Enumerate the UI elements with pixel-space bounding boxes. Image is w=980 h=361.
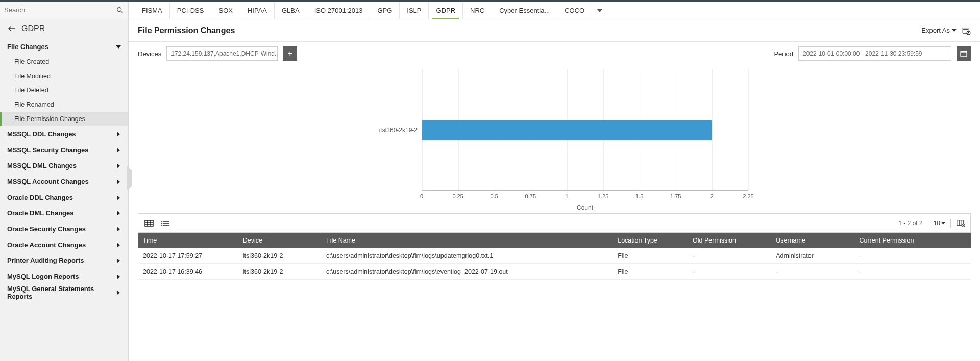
chevron-right-icon	[116, 290, 121, 295]
schedule-report-icon[interactable]	[962, 26, 971, 35]
table-row[interactable]: 2022-10-17 16:39:46itsl360-2k19-2c:\user…	[138, 264, 971, 280]
sidebar-navlist: File Changes File Created File Modified …	[0, 39, 128, 361]
period-input[interactable]: 2022-10-01 00:00:00 - 2022-11-30 23:59:5…	[798, 46, 951, 61]
devices-input[interactable]: 172.24.159.137,Apache1,DHCP-Wind...	[166, 46, 278, 61]
tab[interactable]: PCI-DSS	[170, 2, 212, 19]
tabs-overflow[interactable]	[592, 2, 607, 19]
svg-marker-6	[117, 163, 120, 169]
svg-marker-8	[117, 195, 120, 200]
x-tick-label: 1.25	[598, 193, 608, 199]
sidebar-sub-label: File Renamed	[14, 101, 54, 108]
table-header-cell[interactable]: File Name	[321, 233, 612, 248]
chart-plot[interactable]	[422, 69, 748, 191]
sidebar-sub-file-created[interactable]: File Created	[0, 55, 128, 69]
chevron-right-icon	[116, 195, 121, 200]
tab[interactable]: ISLP	[400, 2, 429, 19]
sidebar-section-label: File Changes	[7, 43, 48, 51]
sidebar-group[interactable]: MySQL Logon Reports	[0, 269, 128, 284]
svg-marker-10	[117, 227, 120, 232]
svg-marker-3	[116, 45, 121, 49]
tab[interactable]: GPG	[370, 2, 400, 19]
tab[interactable]: HIPAA	[240, 2, 275, 19]
page-size-select[interactable]: 10	[934, 220, 945, 227]
x-tick-label: 0.75	[525, 193, 536, 199]
tab-label: COCO	[565, 7, 584, 14]
svg-rect-17	[963, 28, 968, 33]
calendar-button[interactable]	[957, 46, 971, 61]
sidebar: GDPR File Changes File Created File Modi…	[0, 2, 129, 361]
table-header-cell[interactable]: Location Type	[612, 233, 688, 248]
tab-label: Cyber Essentia...	[499, 7, 550, 14]
tab[interactable]: COCO	[557, 2, 592, 19]
sidebar-group[interactable]: MySQL General Statements Reports	[0, 284, 128, 300]
tab[interactable]: GLBA	[275, 2, 307, 19]
chart-x-axis: 00.250.50.7511.251.51.7522.25	[422, 191, 748, 203]
sidebar-group-label: MSSQL Security Changes	[7, 146, 88, 154]
sidebar-sub-file-modified[interactable]: File Modified	[0, 69, 128, 83]
tab[interactable]: FISMA	[135, 2, 170, 19]
tab-label: GLBA	[282, 7, 300, 14]
export-as-dropdown[interactable]: Export As	[921, 27, 957, 34]
table-view-button[interactable]	[143, 219, 155, 228]
table-cell: itsl360-2k19-2	[238, 264, 321, 280]
sidebar-group[interactable]: MSSQL Security Changes	[0, 142, 128, 158]
sidebar-sub-file-permission-changes[interactable]: File Permission Changes	[0, 112, 128, 126]
table-cell: -	[771, 264, 854, 280]
table-header-cell[interactable]: Username	[771, 233, 854, 248]
sidebar-group-label: Oracle Account Changes	[7, 241, 86, 249]
breadcrumb-label: GDPR	[21, 24, 45, 33]
page-titlebar: File Permission Changes Export As	[129, 19, 980, 42]
sidebar-sub-file-deleted[interactable]: File Deleted	[0, 83, 128, 98]
sidebar-sub-file-renamed[interactable]: File Renamed	[0, 98, 128, 112]
sidebar-sub-label: File Permission Changes	[14, 115, 85, 123]
search-input[interactable]	[4, 6, 116, 14]
back-icon[interactable]	[7, 24, 16, 33]
calendar-icon	[960, 50, 968, 58]
chevron-right-icon	[116, 274, 121, 279]
results-table: TimeDeviceFile NameLocation TypeOld Perm…	[138, 233, 971, 280]
table-header-cell[interactable]: Current Permission	[854, 233, 971, 248]
filters-row: Devices 172.24.159.137,Apache1,DHCP-Wind…	[129, 42, 980, 65]
tab-label: SOX	[218, 7, 232, 14]
sidebar-group[interactable]: Oracle DML Changes	[0, 205, 128, 221]
chevron-down-icon	[597, 8, 602, 13]
chevron-right-icon	[116, 227, 121, 232]
tab[interactable]: SOX	[211, 2, 240, 19]
tab-label: NRC	[470, 7, 484, 14]
chevron-right-icon	[116, 163, 121, 169]
table-header-cell[interactable]: Old Permission	[688, 233, 771, 248]
sidebar-group[interactable]: MSSQL DML Changes	[0, 158, 128, 174]
page-size-value: 10	[934, 220, 940, 227]
sidebar-group[interactable]: MSSQL DDL Changes	[0, 126, 128, 142]
table-cell: File	[612, 248, 688, 264]
tab[interactable]: ISO 27001:2013	[307, 2, 371, 19]
tab-label: GPG	[377, 7, 392, 14]
svg-marker-7	[117, 179, 120, 184]
table-cell: c:\users\administrator\desktop\fim\logs\…	[321, 248, 612, 264]
column-chooser-icon[interactable]	[956, 219, 965, 228]
tab[interactable]: NRC	[463, 2, 492, 19]
sidebar-group-label: MSSQL DML Changes	[7, 162, 77, 170]
search-icon[interactable]	[116, 6, 124, 14]
tab-label: FISMA	[142, 7, 162, 14]
chart-bar[interactable]	[422, 120, 712, 140]
table-header-cell[interactable]: Device	[238, 233, 321, 248]
tab[interactable]: GDPR	[429, 2, 463, 19]
svg-line-1	[121, 11, 122, 13]
period-label: Period	[774, 50, 793, 58]
list-view-button[interactable]	[160, 219, 171, 228]
export-as-label: Export As	[921, 27, 950, 34]
table-header-cell[interactable]: Time	[138, 233, 238, 248]
sidebar-sub-label: File Modified	[14, 73, 51, 80]
sidebar-group[interactable]: Oracle DDL Changes	[0, 189, 128, 205]
sidebar-group[interactable]: Oracle Security Changes	[0, 221, 128, 237]
sidebar-group[interactable]: Oracle Account Changes	[0, 237, 128, 253]
tab-label: GDPR	[436, 7, 455, 14]
x-tick-label: 1.5	[635, 193, 643, 199]
sidebar-group[interactable]: Printer Auditing Reports	[0, 253, 128, 269]
sidebar-group[interactable]: MSSQL Account Changes	[0, 174, 128, 189]
table-row[interactable]: 2022-10-17 17:59:27itsl360-2k19-2c:\user…	[138, 248, 971, 264]
tab[interactable]: Cyber Essentia...	[492, 2, 557, 19]
add-device-button[interactable]: +	[283, 46, 297, 61]
sidebar-section-file-changes[interactable]: File Changes	[0, 39, 128, 55]
